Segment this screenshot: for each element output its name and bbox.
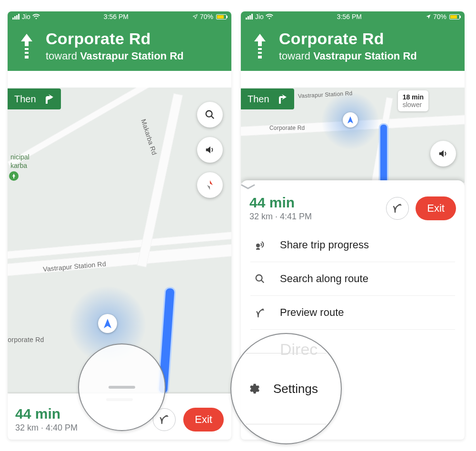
map-poi-municipal: nicipal: [10, 153, 30, 161]
svg-rect-12: [249, 15, 251, 20]
status-bar: Jio 3:56 PM 70%: [8, 11, 231, 22]
slower-time: 18 min: [403, 93, 424, 101]
svg-rect-15: [258, 46, 262, 48]
svg-rect-1: [14, 16, 16, 20]
slower-label: slower: [403, 101, 422, 108]
battery-pct: 70%: [433, 13, 446, 20]
svg-rect-13: [251, 14, 253, 20]
map-road-makarba: Makarba Rd: [139, 118, 158, 156]
exit-navigation-button[interactable]: Exit: [416, 196, 456, 220]
svg-rect-11: [248, 16, 249, 20]
map-road-corporate-r: Corporate Rd: [269, 125, 305, 131]
svg-point-4: [36, 18, 37, 20]
park-pin-icon: [9, 171, 19, 185]
sheet-handle[interactable]: [241, 180, 465, 192]
share-icon: [253, 239, 267, 251]
turn-right-icon: [275, 93, 287, 105]
alternate-routes-icon: [159, 414, 170, 425]
sheet-item-settings-label[interactable]: Settings: [273, 382, 318, 396]
map-audio-button[interactable]: [430, 141, 456, 167]
eta-detail: 32 km · 4:41 PM: [249, 212, 379, 222]
sheet-item-label: Preview route: [280, 306, 344, 319]
then-step-chip[interactable]: Then: [8, 88, 61, 109]
map-road-corporate-l: Corporate Rd: [8, 336, 44, 343]
svg-rect-17: [258, 54, 262, 56]
svg-rect-7: [25, 54, 29, 56]
location-arrow-icon: [426, 14, 431, 20]
then-label: Then: [248, 94, 269, 105]
toward-road-label: Vastrapur Station Rd: [80, 50, 184, 62]
sheet-item-preview[interactable]: Preview route: [250, 296, 455, 330]
speaker-icon: [438, 148, 448, 159]
current-road-label: Corporate Rd: [279, 29, 417, 48]
svg-rect-0: [12, 18, 14, 20]
map-audio-button[interactable]: [197, 137, 223, 163]
navigation-header[interactable]: Corporate Rd toward Vastrapur Station Rd: [8, 22, 231, 71]
wifi-icon: [32, 14, 40, 20]
toward-road-label: Vastrapur Station Rd: [313, 50, 417, 62]
svg-rect-10: [246, 18, 247, 20]
battery-icon: [449, 14, 460, 20]
svg-rect-6: [25, 50, 29, 52]
carrier-label: Jio: [255, 13, 264, 20]
navigation-header[interactable]: Corporate Rd toward Vastrapur Station Rd: [241, 22, 465, 71]
preview-route-icon: [253, 307, 267, 318]
sheet-item-label: Search along route: [280, 273, 368, 285]
svg-rect-16: [258, 50, 262, 52]
battery-pct: 70%: [200, 13, 213, 20]
svg-point-18: [256, 244, 260, 247]
signal-bars-icon: [246, 14, 253, 20]
search-icon: [253, 274, 267, 284]
then-step-chip[interactable]: Then: [241, 88, 294, 109]
sheet-item-search[interactable]: Search along route: [250, 262, 455, 296]
straight-arrow-icon: [249, 33, 270, 59]
clock-label: 3:56 PM: [104, 13, 129, 20]
turn-right-icon: [42, 93, 53, 105]
location-marker: [98, 314, 117, 333]
compass-icon: [204, 179, 216, 191]
toward-prefix: toward: [279, 50, 313, 62]
sheet-item-share[interactable]: Share trip progress: [250, 228, 455, 262]
route-slower-chip: 18 min slower: [398, 90, 428, 111]
clock-label: 3:56 PM: [337, 13, 362, 20]
carrier-label: Jio: [22, 13, 30, 20]
svg-point-19: [256, 275, 262, 281]
map-compass-button[interactable]: [197, 172, 223, 198]
map-search-button[interactable]: [197, 102, 223, 127]
svg-point-14: [269, 18, 270, 20]
svg-line-9: [211, 116, 214, 119]
sheet-item-label: Share trip progress: [280, 239, 369, 251]
tutorial-highlight-settings: Settings: [230, 333, 342, 444]
phone-left: Jio 3:56 PM 70% Corporate Rd toward Vast…: [8, 11, 231, 440]
speaker-icon: [205, 145, 215, 155]
wifi-icon: [266, 14, 273, 20]
svg-point-8: [206, 111, 212, 117]
toward-prefix: toward: [46, 50, 80, 62]
alternate-routes-button[interactable]: [386, 197, 409, 220]
status-bar: Jio 3:56 PM 70%: [241, 11, 465, 22]
straight-arrow-icon: [16, 33, 37, 59]
tutorial-highlight-grabber: [78, 343, 166, 431]
map-poi-makarba: karba: [10, 162, 27, 169]
then-label: Then: [14, 94, 36, 105]
svg-line-20: [261, 280, 264, 283]
gear-icon: [248, 382, 261, 395]
battery-icon: [216, 14, 227, 20]
exit-navigation-button[interactable]: Exit: [183, 408, 224, 431]
svg-rect-5: [25, 46, 29, 48]
signal-bars-icon: [12, 14, 20, 20]
grabber-handle[interactable]: [109, 386, 135, 389]
location-arrow-icon: [192, 14, 198, 20]
eta-minutes: 44 min: [249, 195, 379, 211]
current-road-label: Corporate Rd: [46, 29, 184, 48]
svg-rect-3: [18, 14, 20, 20]
search-icon: [205, 109, 215, 120]
location-marker: [343, 112, 358, 127]
svg-rect-2: [16, 15, 18, 20]
alternate-routes-icon: [392, 203, 403, 214]
